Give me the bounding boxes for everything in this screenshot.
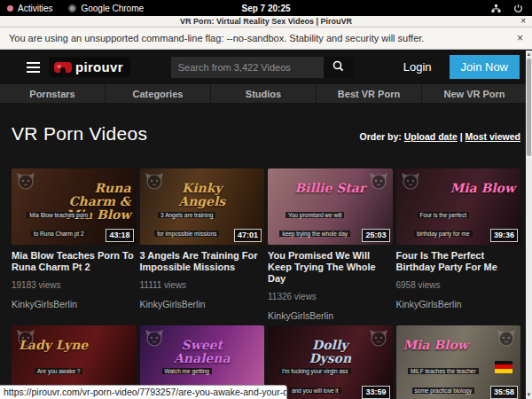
- video-title[interactable]: Mia Blow Teaches Porn To Runa Charm Pt 2: [12, 250, 137, 274]
- thumbnail-model-name: Mia Blow: [443, 182, 515, 195]
- activities-label: Activities: [18, 4, 52, 13]
- window-close-icon[interactable]: ×: [520, 16, 526, 26]
- duration-badge: 39:36: [490, 229, 518, 242]
- active-app-menu[interactable]: Google Chrome: [68, 4, 144, 13]
- thumbnail-model-name: Billie Star: [294, 182, 366, 195]
- video-views: 11326 views: [268, 292, 393, 301]
- power-icon[interactable]: [513, 4, 523, 13]
- vr-goggles-icon: [54, 62, 72, 73]
- order-link-most-viewed[interactable]: Most viewed: [466, 131, 520, 142]
- activities-button[interactable]: Activities: [7, 4, 52, 13]
- video-title[interactable]: Four Is The Perfect Birthday Party For M…: [396, 250, 521, 274]
- thumbnail-model-name: Mia Blow: [403, 339, 475, 352]
- site-header: pirouvr Login Join Now: [0, 50, 532, 84]
- video-card[interactable]: Mia Blow Four is the perfectbirthday par…: [396, 168, 521, 321]
- menu-hamburger-icon[interactable]: [27, 62, 40, 73]
- studio-cat-mask-icon: [497, 329, 516, 350]
- video-card[interactable]: Runa Charm & Mia Blow Mia Blow teaches p…: [12, 168, 137, 321]
- clock[interactable]: Sep 7 20:25: [241, 4, 290, 13]
- window-title: VR Porn: Virtual Reality Sex Videos | Pi…: [180, 17, 352, 26]
- duration-badge: 33:59: [362, 386, 389, 399]
- nav-item-new-vr-porn[interactable]: New VR Porn: [422, 84, 527, 103]
- studio-cat-mask-icon: [145, 329, 164, 350]
- duration-badge: 43:18: [106, 229, 133, 242]
- main-content: VR Porn Videos Order by: Upload date | M…: [0, 114, 532, 399]
- warning-text: You are using an unsupported command-lin…: [9, 33, 424, 43]
- chrome-icon: [68, 4, 76, 12]
- search-bar: [171, 57, 354, 78]
- video-thumbnail[interactable]: Billie Star You promised we willkeep try…: [268, 168, 393, 245]
- nav-item-categories[interactable]: Categories: [106, 84, 210, 103]
- scroll-up-icon[interactable]: ▲: [526, 51, 532, 59]
- video-title[interactable]: You Promised We Will Keep Trying The Who…: [268, 250, 393, 286]
- video-views: 6958 views: [396, 280, 521, 290]
- app-name-label: Google Chrome: [81, 4, 144, 13]
- video-thumbnail[interactable]: Mia Blow Four is the perfectbirthday par…: [396, 168, 521, 245]
- video-card[interactable]: Kinky Angels 3 Angels are trainingfor im…: [140, 168, 265, 321]
- thumbnail-caption: Mia Blow teaches pornto Runa Charm pt 2: [12, 203, 106, 241]
- studio-link[interactable]: KinkyGirlsBerlin: [140, 299, 265, 309]
- duration-badge: 25:03: [362, 229, 389, 242]
- studio-cat-mask-icon: [369, 329, 388, 350]
- login-link[interactable]: Login: [403, 60, 432, 74]
- logo-text: pirouvr: [75, 59, 123, 74]
- thumbnail-model-name: Lady Lyne: [19, 339, 90, 352]
- studio-cat-mask-icon: [16, 172, 35, 193]
- video-card[interactable]: Billie Star You promised we willkeep try…: [268, 168, 393, 321]
- order-link-upload-date[interactable]: Upload date: [404, 131, 458, 142]
- video-views: 11111 views: [140, 280, 265, 290]
- join-now-button[interactable]: Join Now: [450, 55, 520, 79]
- scroll-down-icon[interactable]: ▼: [526, 391, 532, 399]
- studio-cat-mask-icon: [401, 172, 420, 193]
- duration-badge: 35:58: [490, 386, 518, 399]
- system-top-bar: Activities Google Chrome Sep 7 20:25: [0, 0, 532, 16]
- studio-cat-mask-icon: [369, 172, 388, 193]
- status-url-tooltip: https://pirouvr.com/vr-porn-video/779325…: [0, 385, 287, 399]
- video-grid: Runa Charm & Mia Blow Mia Blow teaches p…: [12, 168, 520, 399]
- nav-item-pornstars[interactable]: Pornstars: [0, 84, 105, 103]
- order-by: Order by: Upload date | Most viewed: [359, 131, 520, 145]
- nav-item-studios[interactable]: Studios: [211, 84, 316, 103]
- main-nav: Pornstars Categories Studios Best VR Por…: [0, 84, 532, 103]
- notification-dot-icon: [7, 5, 13, 12]
- search-button[interactable]: [324, 57, 354, 78]
- studio-cat-mask-icon: [145, 172, 164, 193]
- studio-link[interactable]: KinkyGirlsBerlin: [268, 310, 393, 321]
- studio-link[interactable]: KinkyGirlsBerlin: [396, 299, 521, 309]
- thumbnail-caption: 3 Angels are trainingfor impossible miss…: [140, 203, 235, 241]
- vertical-scrollbar[interactable]: ▲ ▼: [526, 51, 532, 399]
- video-thumbnail[interactable]: Mia Blow MILF teaches the teachersome pr…: [396, 325, 521, 399]
- search-input[interactable]: [171, 57, 324, 78]
- site-logo[interactable]: pirouvr: [49, 57, 130, 77]
- network-icon[interactable]: [491, 4, 501, 13]
- duration-badge: 47:01: [234, 229, 262, 242]
- video-views: 19183 views: [12, 280, 137, 290]
- warning-close-icon[interactable]: ×: [517, 32, 523, 44]
- scrollbar-thumb[interactable]: [527, 59, 531, 156]
- german-flag-icon: [495, 361, 512, 373]
- search-icon: [332, 60, 344, 74]
- thumbnail-caption: You promised we willkeep trying the whol…: [268, 203, 363, 241]
- nav-item-best-vr-porn[interactable]: Best VR Porn: [317, 84, 421, 103]
- video-thumbnail[interactable]: Kinky Angels 3 Angels are trainingfor im…: [140, 168, 265, 245]
- video-title[interactable]: 3 Angels Are Training For Impossible Mis…: [140, 250, 265, 274]
- order-separator: |: [460, 131, 463, 142]
- window-titlebar: VR Porn: Virtual Reality Sex Videos | Pi…: [0, 16, 532, 27]
- page-title: VR Porn Videos: [12, 123, 147, 145]
- video-thumbnail[interactable]: Runa Charm & Mia Blow Mia Blow teaches p…: [12, 168, 137, 245]
- thumbnail-caption: Four is the perfectbirthday party for me: [396, 203, 491, 241]
- video-card[interactable]: Mia Blow MILF teaches the teachersome pr…: [396, 325, 521, 399]
- sandbox-warning-bar: You are using an unsupported command-lin…: [0, 27, 532, 50]
- order-by-label: Order by:: [359, 131, 401, 142]
- studio-link[interactable]: KinkyGirlsBerlin: [12, 299, 137, 309]
- thumbnail-caption: MILF teaches the teachersome practical b…: [396, 359, 491, 397]
